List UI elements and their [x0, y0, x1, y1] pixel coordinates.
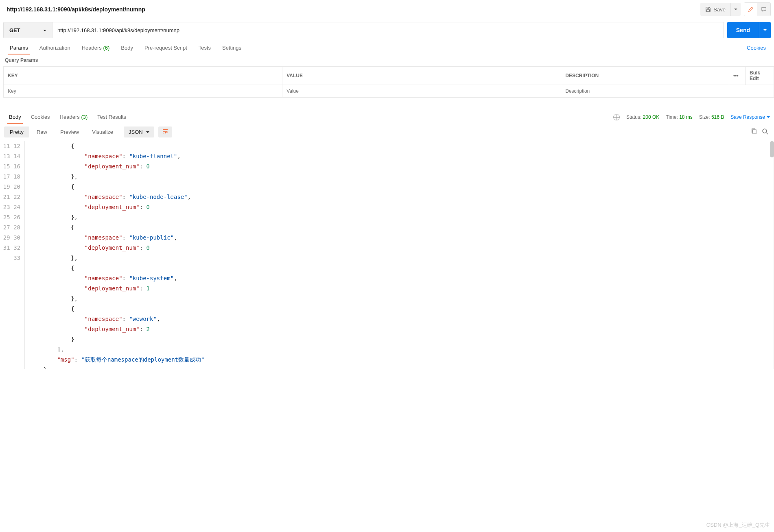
search-icon-button[interactable] [760, 126, 770, 137]
edit-icon-button[interactable] [744, 3, 757, 16]
svg-point-0 [763, 129, 767, 133]
resp-tab-cookies[interactable]: Cookies [26, 111, 55, 123]
tab-prerequest[interactable]: Pre-request Script [139, 41, 193, 54]
response-body-viewer[interactable]: 11 12 13 14 15 16 17 18 19 20 21 22 23 2… [0, 141, 774, 369]
send-dropdown[interactable] [759, 22, 771, 38]
save-button[interactable]: Save [700, 7, 730, 13]
table-row [4, 85, 774, 98]
globe-icon[interactable] [613, 114, 620, 120]
view-pretty[interactable]: Pretty [4, 126, 29, 137]
comment-icon [761, 7, 767, 12]
wrap-icon [162, 129, 168, 134]
save-dropdown[interactable] [730, 3, 741, 16]
query-params-label: Query Params [0, 54, 774, 66]
cookies-link[interactable]: Cookies [743, 41, 770, 54]
save-label: Save [713, 7, 726, 13]
tab-body[interactable]: Body [115, 41, 139, 54]
tab-headers[interactable]: Headers (6) [76, 41, 116, 54]
save-button-group: Save [700, 3, 741, 16]
col-value: VALUE [282, 67, 561, 85]
chevron-down-icon [146, 129, 149, 135]
tab-settings[interactable]: Settings [216, 41, 247, 54]
search-icon [762, 128, 768, 135]
line-numbers: 11 12 13 14 15 16 17 18 19 20 21 22 23 2… [0, 141, 24, 369]
chevron-down-icon [43, 27, 46, 33]
time-info: Time: 18 ms [666, 114, 693, 120]
tab-authorization[interactable]: Authorization [34, 41, 76, 54]
view-visualize[interactable]: Visualize [86, 126, 119, 137]
copy-icon [750, 128, 757, 135]
chevron-down-icon [767, 114, 770, 120]
method-label: GET [9, 27, 20, 33]
format-select[interactable]: JSON [124, 126, 154, 137]
scrollbar-thumb[interactable] [770, 141, 774, 157]
key-input[interactable] [8, 88, 278, 94]
view-preview[interactable]: Preview [55, 126, 85, 137]
col-more[interactable]: ••• [729, 67, 746, 85]
copy-icon-button[interactable] [749, 126, 759, 137]
query-params-table: KEY VALUE DESCRIPTION ••• Bulk Edit [3, 66, 774, 98]
resp-tab-body[interactable]: Body [4, 111, 26, 123]
request-title: http://192.168.31.1:9090/api/k8s/deploym… [7, 6, 700, 13]
col-description: DESCRIPTION [561, 67, 729, 85]
col-key: KEY [4, 67, 282, 85]
tab-tests[interactable]: Tests [193, 41, 216, 54]
size-info: Size: 516 B [699, 114, 724, 120]
resp-tab-headers[interactable]: Headers (3) [55, 111, 93, 123]
code-body[interactable]: { "namespace": "kube-flannel", "deployme… [24, 141, 774, 369]
send-button[interactable]: Send [727, 22, 759, 38]
comment-icon-button[interactable] [757, 3, 770, 16]
view-raw[interactable]: Raw [31, 126, 53, 137]
save-response-button[interactable]: Save Response [730, 114, 770, 120]
bulk-edit-button[interactable]: Bulk Edit [746, 67, 774, 85]
resp-tab-test-results[interactable]: Test Results [92, 111, 131, 123]
tab-params[interactable]: Params [4, 41, 34, 54]
method-select[interactable]: GET [3, 22, 52, 38]
save-icon [705, 7, 711, 12]
value-input[interactable] [286, 88, 557, 94]
wrap-lines-button[interactable] [158, 126, 172, 137]
status-info: Status: 200 OK [626, 114, 659, 120]
pencil-icon [748, 7, 754, 12]
description-input[interactable] [565, 88, 770, 94]
url-input[interactable] [52, 22, 724, 38]
